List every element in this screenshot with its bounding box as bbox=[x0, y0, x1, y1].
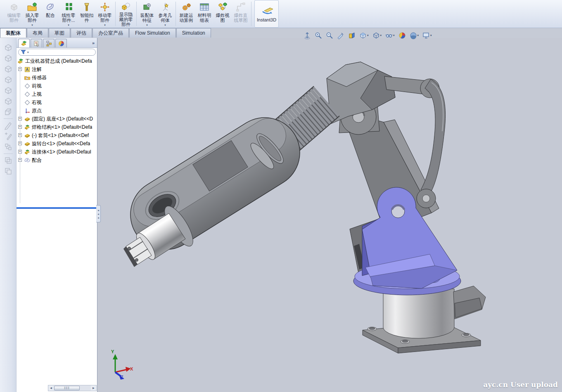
view-cube-icon[interactable] bbox=[4, 85, 13, 96]
linear-component-pattern-button[interactable]: 线性零 部件... ▾ bbox=[59, 0, 78, 28]
sketch-icon[interactable] bbox=[4, 120, 13, 131]
tree-item-sensors[interactable]: 传感器 bbox=[17, 73, 97, 82]
view-cube-icon[interactable] bbox=[4, 106, 13, 117]
exploded-view-button[interactable]: 爆炸视 图 bbox=[213, 0, 232, 28]
tab-layout[interactable]: 布局 bbox=[27, 28, 48, 38]
view-cube-icon[interactable] bbox=[4, 64, 13, 74]
filter-caret-icon[interactable]: ▾ bbox=[27, 51, 29, 54]
apply-scene-button[interactable]: ▾ bbox=[410, 32, 419, 39]
edit-component-button[interactable]: 编辑零 部件 bbox=[5, 0, 23, 28]
dropdown-caret-icon[interactable]: ▾ bbox=[31, 24, 33, 27]
mate-button[interactable]: 配合 bbox=[41, 0, 59, 28]
panel-horizontal-scrollbar[interactable]: ◄ ⦀⦀⦀ ► bbox=[48, 385, 97, 391]
bill-of-materials-button[interactable]: 材料明 细表 bbox=[195, 0, 213, 28]
show-hidden-components-button[interactable]: 显示隐 藏的零 部件 bbox=[117, 0, 135, 28]
expand-toggle[interactable]: + bbox=[18, 158, 22, 162]
move-component-button[interactable]: 移动零 部件 ▾ bbox=[96, 0, 114, 28]
zoom-in-out-button[interactable] bbox=[326, 32, 333, 39]
view-cube-icon[interactable] bbox=[4, 74, 13, 85]
dropdown-caret-icon[interactable]: ▾ bbox=[146, 24, 148, 27]
plane-icon bbox=[24, 83, 31, 89]
robot-arm-model bbox=[98, 38, 562, 392]
layers-copy-icon[interactable] bbox=[4, 166, 13, 177]
reference-triad: Y X Z bbox=[104, 351, 137, 380]
component-icon bbox=[24, 141, 31, 147]
view-cube-icon[interactable] bbox=[4, 42, 13, 53]
tree-item-origin[interactable]: 原点 bbox=[17, 106, 97, 115]
tree-item-component-welding-gun[interactable]: + 焊枪结构<1> (Default<Defa bbox=[17, 123, 97, 131]
expand-toggle[interactable]: + bbox=[18, 150, 22, 153]
scrollbar-thumb[interactable]: ⦀⦀⦀ bbox=[54, 386, 80, 390]
tree-item-component-sleeve[interactable]: + (-) 套筒<1> (Default<<Def bbox=[17, 131, 97, 139]
button-label: 编辑零 部件 bbox=[7, 13, 21, 23]
section-view-button[interactable] bbox=[348, 32, 356, 39]
toolbar-separator bbox=[251, 2, 251, 26]
panel-expand-button[interactable]: » bbox=[92, 40, 95, 45]
tree-item-component-link-body[interactable]: + 连接体<1> (Default<Defaul bbox=[17, 148, 97, 156]
view-orientation-button[interactable]: ▾ bbox=[359, 32, 369, 39]
explode-line-sketch-button[interactable]: 爆炸直 线草图 bbox=[232, 0, 250, 28]
dropdown-caret-icon[interactable]: ▾ bbox=[367, 34, 369, 37]
tab-sketch[interactable]: 草图 bbox=[49, 28, 70, 38]
view-cube-icon[interactable] bbox=[4, 96, 13, 106]
dropdown-caret-icon[interactable]: ▾ bbox=[417, 34, 419, 37]
scroll-right-arrow[interactable]: ► bbox=[91, 385, 96, 391]
layers-icon[interactable] bbox=[4, 155, 13, 166]
rollback-bar[interactable] bbox=[17, 207, 97, 209]
tree-filter-input[interactable]: ▾ bbox=[18, 49, 96, 56]
dropdown-caret-icon[interactable]: ▾ bbox=[393, 34, 395, 37]
dropdown-caret-icon[interactable]: ▾ bbox=[430, 34, 432, 37]
dropdown-caret-icon[interactable]: ▾ bbox=[380, 34, 382, 37]
displaymanager-tab[interactable] bbox=[55, 39, 67, 47]
tab-simulation[interactable]: Simulation bbox=[176, 28, 211, 38]
update-assembly-icon[interactable] bbox=[4, 142, 13, 152]
reference-geometry-icon bbox=[160, 2, 171, 12]
display-style-button[interactable]: ▾ bbox=[372, 32, 382, 39]
edit-appearance-button[interactable] bbox=[398, 32, 406, 39]
smart-fasteners-button[interactable]: 智能扣 件 bbox=[78, 0, 96, 28]
dropdown-caret-icon[interactable]: ▾ bbox=[104, 24, 106, 27]
new-motion-study-button[interactable]: 新建运 动算例 bbox=[177, 0, 195, 28]
panel-collapse-handle[interactable]: ◂ ◂ ◂ bbox=[96, 205, 101, 222]
expand-toggle[interactable]: + bbox=[18, 117, 22, 120]
tab-office-products[interactable]: 办公室产品 bbox=[92, 28, 129, 38]
tree-item-component-rotary-table[interactable]: + 旋转台<1> (Default<<Defa bbox=[17, 139, 97, 148]
hide-show-items-button[interactable]: ▾ bbox=[385, 32, 395, 39]
show-hidden-components-icon bbox=[121, 2, 131, 12]
featuremanager-tree-tab[interactable] bbox=[18, 39, 30, 47]
expand-toggle[interactable]: + bbox=[18, 67, 22, 71]
tab-flow-simulation[interactable]: Flow Simulation bbox=[129, 28, 176, 38]
tree-item-component-base[interactable]: + (固定) 底座<1> (Default<<D bbox=[17, 115, 97, 123]
instant3d-button[interactable]: Instant3D bbox=[254, 0, 279, 28]
tree-item-right-plane[interactable]: 右视 bbox=[17, 98, 97, 106]
annotations-icon bbox=[24, 66, 31, 73]
insert-component-button[interactable]: 插入零 部件 ▾ bbox=[23, 0, 41, 28]
expand-toggle[interactable]: + bbox=[18, 142, 22, 145]
configurationmanager-tab[interactable] bbox=[43, 39, 55, 47]
expand-toggle[interactable]: + bbox=[18, 133, 22, 137]
graphics-viewport[interactable]: Y X Z ayc.cn User upload bbox=[98, 38, 562, 392]
dropdown-caret-icon[interactable]: ▾ bbox=[164, 24, 166, 27]
tab-evaluate[interactable]: 评估 bbox=[71, 28, 92, 38]
rotate-view-button[interactable] bbox=[337, 32, 344, 39]
tree-item-top-plane[interactable]: 上视 bbox=[17, 90, 97, 98]
assembly-features-button[interactable]: 装配体 特征 ▾ bbox=[138, 0, 156, 28]
expand-toggle[interactable]: + bbox=[18, 125, 22, 129]
reference-geometry-button[interactable]: 参考几 何体 ▾ bbox=[156, 0, 174, 28]
tree-item-front-plane[interactable]: 前视 bbox=[17, 82, 97, 90]
3d-sketch-icon[interactable] bbox=[4, 131, 13, 142]
zoom-to-fit-button[interactable] bbox=[304, 32, 311, 39]
propertymanager-tab[interactable] bbox=[31, 39, 42, 47]
dropdown-caret-icon[interactable]: ▾ bbox=[68, 24, 69, 27]
origin-icon bbox=[24, 108, 31, 114]
view-settings-button[interactable]: ▾ bbox=[422, 32, 432, 39]
tree-item-annotations[interactable]: + 注解 bbox=[17, 65, 97, 73]
tab-assembly[interactable]: 装配体 bbox=[0, 28, 26, 38]
tree-item-mates[interactable]: + 配合 bbox=[17, 156, 97, 164]
scroll-left-arrow[interactable]: ◄ bbox=[48, 385, 54, 391]
component-icon bbox=[24, 132, 31, 139]
tree-root-assembly[interactable]: 工业机器臂总成 (Default<Defa bbox=[17, 57, 97, 65]
zoom-to-area-button[interactable] bbox=[315, 32, 322, 39]
view-cube-icon[interactable] bbox=[4, 53, 13, 64]
instant3d-icon bbox=[258, 6, 275, 17]
